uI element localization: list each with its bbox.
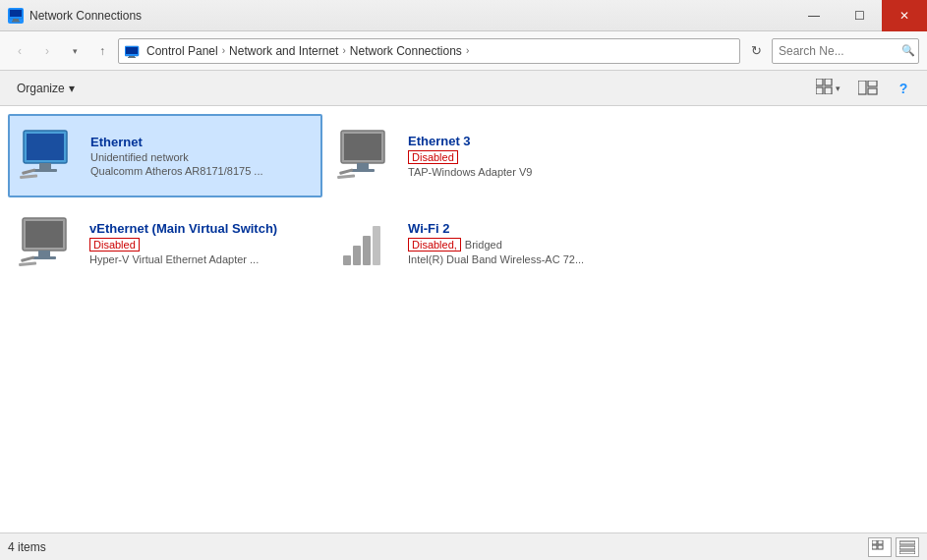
view-dropdown-icon: ▾	[836, 84, 840, 93]
wifi2-icon	[335, 212, 398, 275]
svg-rect-23	[357, 163, 369, 169]
address-right: ↻	[744, 38, 919, 64]
svg-rect-11	[825, 87, 832, 94]
ethernet-status: Unidentified network	[90, 151, 313, 163]
vethernet-disabled-badge: Disabled	[89, 238, 140, 252]
svg-rect-7	[128, 57, 136, 58]
refresh-button[interactable]: ↻	[744, 39, 768, 63]
vethernet-adapter: Hyper-V Virtual Ethernet Adapter ...	[89, 253, 314, 265]
vethernet-name: vEthernet (Main Virtual Switch)	[89, 221, 314, 236]
status-items-count: 4 items	[8, 540, 46, 554]
network-item-ethernet3[interactable]: Ethernet 3 Disabled TAP-Windows Adapter …	[326, 114, 641, 197]
view-button[interactable]: ▾	[807, 76, 848, 101]
svg-rect-40	[878, 545, 883, 549]
toolbar-left: Organize ▾	[8, 76, 84, 101]
organize-label: Organize	[17, 82, 65, 95]
ethernet3-status-row: Disabled	[408, 150, 632, 164]
breadcrumb-bar[interactable]: Control Panel › Network and Internet › N…	[118, 38, 740, 64]
wifi2-adapter: Intel(R) Dual Band Wireless-AC 72...	[408, 253, 632, 265]
svg-rect-5	[126, 47, 138, 54]
status-details-view-button[interactable]	[868, 537, 892, 557]
ethernet3-name: Ethernet 3	[408, 134, 632, 148]
svg-rect-22	[344, 134, 381, 160]
window-title: Network Connections	[29, 9, 142, 23]
svg-rect-41	[899, 541, 915, 544]
vethernet-info: vEthernet (Main Virtual Switch) Disabled…	[89, 221, 314, 265]
ethernet-icon	[18, 125, 81, 188]
network-item-wifi2[interactable]: Wi-Fi 2 Disabled, Bridged Intel(R) Dual …	[326, 201, 641, 285]
search-input[interactable]	[772, 38, 919, 64]
svg-rect-37	[872, 540, 877, 544]
ethernet3-info: Ethernet 3 Disabled TAP-Windows Adapter …	[408, 134, 632, 178]
svg-rect-19	[22, 168, 35, 175]
svg-rect-36	[373, 226, 380, 265]
minimize-button[interactable]: —	[791, 0, 837, 31]
title-bar-left: Network Connections	[8, 8, 142, 24]
svg-rect-24	[351, 169, 375, 172]
toolbar: Organize ▾ ▾ ?	[0, 71, 927, 106]
svg-rect-34	[353, 246, 361, 265]
help-button[interactable]: ?	[888, 76, 919, 101]
svg-rect-8	[816, 79, 823, 85]
svg-rect-38	[878, 540, 883, 544]
svg-rect-14	[868, 88, 877, 94]
svg-rect-32	[19, 261, 36, 266]
view-icon	[816, 79, 834, 98]
network-item-vethernet[interactable]: vEthernet (Main Virtual Switch) Disabled…	[8, 201, 322, 285]
ethernet3-disabled-badge: Disabled	[408, 150, 458, 164]
window-controls: — ☐ ✕	[791, 0, 927, 31]
svg-rect-1	[10, 10, 22, 17]
restore-button[interactable]: ☐	[837, 0, 882, 31]
svg-rect-17	[39, 163, 51, 169]
ethernet-info: Ethernet Unidentified network Qualcomm A…	[90, 135, 313, 177]
svg-rect-12	[858, 81, 866, 94]
address-bar: ‹ › ▾ ↑ Control Panel › Network and Inte…	[0, 31, 927, 71]
status-bar: 4 items	[0, 532, 927, 560]
app-icon	[8, 8, 24, 24]
svg-rect-35	[363, 236, 371, 265]
organize-dropdown-icon: ▾	[69, 82, 75, 95]
svg-rect-18	[33, 169, 57, 172]
breadcrumb-network-internet[interactable]: Network and Internet	[229, 44, 338, 58]
forward-button[interactable]: ›	[35, 39, 59, 63]
status-list-view-button[interactable]	[896, 537, 919, 557]
recent-locations-button[interactable]: ▾	[63, 39, 87, 63]
svg-rect-33	[343, 255, 351, 265]
svg-rect-31	[21, 255, 34, 262]
breadcrumb-sep-3: ›	[464, 45, 471, 56]
toolbar-right: ▾ ?	[807, 76, 919, 101]
breadcrumb-sep-1: ›	[220, 45, 227, 56]
svg-rect-9	[825, 79, 832, 85]
up-button[interactable]: ↑	[90, 39, 114, 63]
wifi2-info: Wi-Fi 2 Disabled, Bridged Intel(R) Dual …	[408, 221, 632, 265]
ethernet-adapter: Qualcomm Atheros AR8171/8175 ...	[90, 165, 313, 177]
network-item-ethernet[interactable]: Ethernet Unidentified network Qualcomm A…	[8, 114, 322, 197]
svg-rect-42	[899, 546, 915, 549]
svg-rect-3	[12, 21, 20, 23]
wifi2-disabled-badge: Disabled,	[408, 238, 461, 252]
layout-button[interactable]	[852, 76, 884, 101]
svg-rect-29	[38, 251, 50, 256]
svg-rect-20	[20, 174, 37, 179]
status-right	[868, 537, 919, 557]
vethernet-icon	[17, 212, 80, 275]
content-area: Ethernet Unidentified network Qualcomm A…	[0, 106, 927, 532]
svg-rect-13	[868, 81, 877, 86]
svg-rect-10	[816, 87, 823, 94]
svg-rect-26	[337, 174, 355, 179]
back-button[interactable]: ‹	[8, 39, 31, 63]
breadcrumb-control-panel[interactable]: Control Panel	[146, 44, 218, 58]
breadcrumb-network-connections[interactable]: Network Connections	[350, 44, 462, 58]
svg-rect-16	[27, 134, 64, 160]
wifi2-name: Wi-Fi 2	[408, 221, 632, 236]
vethernet-status-row: Disabled	[89, 238, 314, 252]
breadcrumb-sep-2: ›	[340, 45, 347, 56]
title-bar: Network Connections — ☐ ✕	[0, 0, 927, 31]
ethernet-name: Ethernet	[90, 135, 313, 149]
organize-button[interactable]: Organize ▾	[8, 76, 84, 101]
svg-rect-30	[32, 256, 56, 259]
svg-rect-28	[26, 221, 63, 248]
close-button[interactable]: ✕	[882, 0, 927, 31]
ethernet3-adapter: TAP-Windows Adapter V9	[408, 166, 632, 178]
wifi2-status-extra: Bridged	[465, 239, 502, 251]
